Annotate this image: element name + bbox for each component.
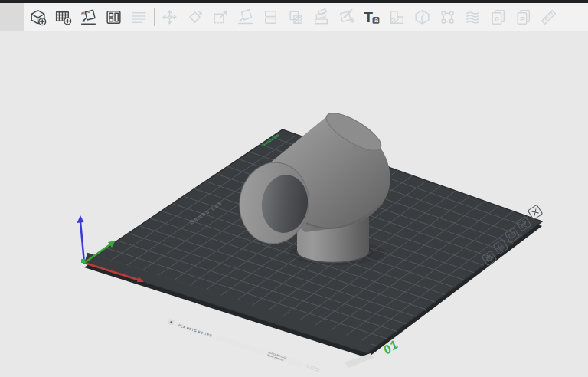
split-to-objects-button: [260, 7, 281, 28]
toolbar-separator: [154, 8, 155, 26]
object-list-button: [129, 7, 149, 28]
assemble-button: [311, 7, 332, 28]
mesh-split-button: [412, 7, 433, 28]
main-toolbar: AUTO Ta 0 P: [0, 3, 588, 31]
z-axis-arrow: [77, 215, 84, 223]
text-tool-button[interactable]: Ta: [361, 7, 382, 28]
viewport-3d[interactable]: Bambu Lab bambu lab PLA PETG PC TPU PLA-…: [0, 31, 588, 377]
doc-0-button: 0: [488, 7, 508, 28]
toolbar-separator: [564, 8, 564, 26]
svg-text:P: P: [520, 14, 525, 22]
rotate-button: [185, 7, 205, 28]
split-to-parts-button: [286, 7, 306, 28]
auto-orient-button[interactable]: AUTO: [78, 7, 99, 28]
variable-layer-height-button: [462, 7, 483, 28]
doc-p-button: P: [513, 7, 534, 28]
lay-on-face-button: [235, 7, 256, 28]
measure-button: [538, 7, 559, 28]
color-painting-button: [336, 7, 357, 28]
arrange-button[interactable]: [103, 7, 124, 28]
add-plate-button[interactable]: [53, 7, 74, 28]
move-button: [159, 7, 180, 28]
svg-text:0: 0: [495, 14, 499, 22]
origin-marker: [81, 259, 85, 263]
scale-button: [210, 7, 230, 28]
svg-text:T: T: [364, 9, 374, 25]
plate-material-label: PLA PETG PC TPU: [178, 323, 213, 338]
seam-painting-button: [437, 7, 458, 28]
svg-text:a: a: [374, 16, 378, 24]
add-object-button[interactable]: [28, 7, 48, 28]
plate-corner-notch: [345, 353, 374, 368]
cut-button: [387, 7, 407, 28]
